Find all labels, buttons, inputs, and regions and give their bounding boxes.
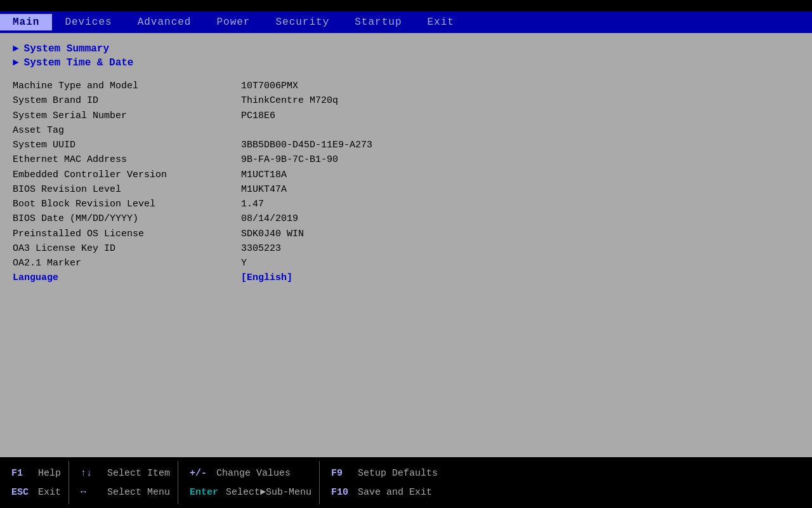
status-col-help-exit: F1HelpESCExit — [0, 457, 69, 508]
status-col1-key-0: F1 — [0, 468, 38, 479]
info-value-2: PC18E6 — [241, 109, 275, 123]
status-col2-row-0: ↑↓Select Item — [69, 464, 178, 483]
nav-item-1[interactable]: ►System Time & Date — [13, 57, 799, 69]
info-label-9: BIOS Date (MM/DD/YYYY) — [13, 211, 241, 226]
info-value-6: M1UCT18A — [241, 168, 287, 182]
info-value-4: 3BB5DB00-D45D-11E9-A273 — [241, 138, 372, 152]
info-value-12: Y — [241, 256, 247, 271]
info-value-11: 3305223 — [241, 241, 281, 256]
info-row-3: Asset Tag — [13, 123, 799, 138]
info-label-2: System Serial Number — [13, 109, 241, 123]
status-col2-desc-1: Select Menu — [107, 487, 178, 498]
nav-label-1: System Time & Date — [24, 57, 134, 69]
info-row-8: Boot Block Revision Level1.47 — [13, 197, 799, 211]
menu-item-startup[interactable]: Startup — [342, 14, 414, 30]
status-col1-row-0: F1Help — [0, 464, 69, 483]
info-table: Machine Type and Model10T7006PMXSystem B… — [13, 79, 799, 286]
info-label-13[interactable]: Language — [13, 271, 241, 285]
status-col-arrows: ↑↓Select Item↔Select Menu — [69, 457, 178, 508]
info-value-5: 9B-FA-9B-7C-B1-90 — [241, 152, 338, 167]
info-label-6: Embedded Controller Version — [13, 168, 241, 182]
info-label-3: Asset Tag — [13, 123, 241, 138]
status-col1-desc-1: Exit — [38, 487, 69, 498]
nav-arrow-1: ► — [13, 57, 19, 69]
menu-item-devices[interactable]: Devices — [52, 14, 124, 30]
info-value-0: 10T7006PMX — [241, 79, 298, 93]
info-row-13: Language[English] — [13, 271, 799, 285]
info-row-0: Machine Type and Model10T7006PMX — [13, 79, 799, 93]
info-value-1: ThinkCentre M720q — [241, 93, 338, 108]
menu-item-advanced[interactable]: Advanced — [125, 14, 204, 30]
info-value-7: M1UKT47A — [241, 182, 287, 197]
info-row-5: Ethernet MAC Address9B-FA-9B-7C-B1-90 — [13, 152, 799, 167]
nav-item-0[interactable]: ►System Summary — [13, 43, 799, 55]
status-col2-key-1: ↔ — [69, 487, 107, 498]
info-label-11: OA3 License Key ID — [13, 241, 241, 256]
info-label-12: OA2.1 Marker — [13, 256, 241, 271]
status-col2-key-0: ↑↓ — [69, 468, 107, 479]
info-label-5: Ethernet MAC Address — [13, 152, 241, 167]
info-label-8: Boot Block Revision Level — [13, 197, 241, 211]
info-row-9: BIOS Date (MM/DD/YYYY)08/14/2019 — [13, 211, 799, 226]
status-col4-desc-0: Setup Defaults — [358, 468, 445, 479]
nav-arrow-0: ► — [13, 43, 19, 55]
status-col1-row-1: ESCExit — [0, 483, 69, 502]
status-col1-desc-0: Help — [38, 468, 69, 479]
status-col3-row-0: +/-Change Values — [178, 464, 319, 483]
menu-item-power[interactable]: Power — [204, 14, 263, 30]
status-col3-desc-0: Change Values — [216, 468, 298, 479]
nav-items: ►System Summary►System Time & Date — [13, 43, 799, 69]
info-row-12: OA2.1 MarkerY — [13, 256, 799, 271]
info-value-10: SDK0J40 WIN — [241, 227, 304, 241]
status-col2-desc-0: Select Item — [107, 468, 178, 479]
info-value-13[interactable]: [English] — [241, 271, 292, 285]
info-label-4: System UUID — [13, 138, 241, 152]
main-content: ►System Summary►System Time & Date Machi… — [0, 33, 812, 457]
menu-item-main[interactable]: Main — [0, 14, 52, 30]
status-col4-row-1: F10Save and Exit — [320, 483, 445, 502]
status-col4-desc-1: Save and Exit — [358, 487, 440, 498]
info-row-11: OA3 License Key ID3305223 — [13, 241, 799, 256]
menu-bar: MainDevicesAdvancedPowerSecurityStartupE… — [0, 11, 812, 33]
status-col2-row-1: ↔Select Menu — [69, 483, 178, 502]
info-row-7: BIOS Revision LevelM1UKT47A — [13, 182, 799, 197]
info-label-10: Preinstalled OS License — [13, 227, 241, 241]
title-bar — [0, 0, 812, 11]
status-col4-key-1: F10 — [320, 487, 358, 498]
menu-item-exit[interactable]: Exit — [414, 14, 466, 30]
info-row-6: Embedded Controller VersionM1UCT18A — [13, 168, 799, 182]
status-col1-key-1: ESC — [0, 487, 38, 498]
status-col-values: +/-Change ValuesEnterSelect►Sub-Menu — [178, 457, 319, 508]
status-col3-desc-1: Select►Sub-Menu — [226, 487, 319, 498]
info-value-9: 08/14/2019 — [241, 211, 298, 226]
status-col-defaults: F9Setup DefaultsF10Save and Exit — [320, 457, 445, 508]
menu-item-security[interactable]: Security — [263, 14, 342, 30]
info-label-7: BIOS Revision Level — [13, 182, 241, 197]
info-row-2: System Serial NumberPC18E6 — [13, 109, 799, 123]
info-row-10: Preinstalled OS LicenseSDK0J40 WIN — [13, 227, 799, 241]
nav-label-0: System Summary — [24, 43, 109, 55]
info-row-4: System UUID3BB5DB00-D45D-11E9-A273 — [13, 138, 799, 152]
status-col3-row-1: EnterSelect►Sub-Menu — [178, 483, 319, 502]
status-col3-key-1: Enter — [178, 487, 226, 498]
status-col4-key-0: F9 — [320, 468, 358, 479]
info-value-8: 1.47 — [241, 197, 264, 211]
status-bar: F1HelpESCExit ↑↓Select Item↔Select Menu … — [0, 457, 812, 508]
info-row-1: System Brand IDThinkCentre M720q — [13, 93, 799, 108]
info-label-0: Machine Type and Model — [13, 79, 241, 93]
info-label-1: System Brand ID — [13, 93, 241, 108]
status-col3-key-0: +/- — [178, 468, 216, 479]
status-col4-row-0: F9Setup Defaults — [320, 464, 445, 483]
